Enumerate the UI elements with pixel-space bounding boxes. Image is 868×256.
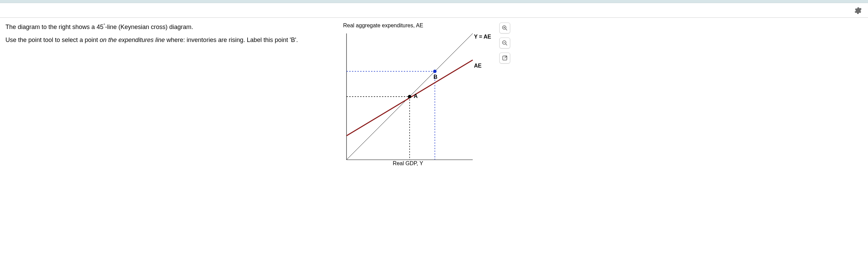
question-intro: The diagram to the right shows a 45°-lin…: [5, 23, 336, 31]
svg-line-22: [504, 56, 507, 58]
window-top-strip: [0, 0, 868, 3]
chart-panel: Real aggregate expenditures, AE Y = AEAE…: [336, 23, 863, 167]
zoom-out-button[interactable]: [499, 38, 510, 48]
header-bar: [0, 3, 868, 18]
settings-gear-icon[interactable]: [853, 6, 862, 15]
question-task: Use the point tool to select a point on …: [5, 36, 336, 44]
content-area: The diagram to the right shows a 45°-lin…: [0, 18, 868, 171]
svg-line-19: [505, 44, 507, 45]
zoom-in-icon: [502, 25, 508, 31]
chart-toolbar: [499, 23, 510, 63]
chart-title: Real aggregate expenditures, AE: [343, 23, 490, 29]
popout-icon: [502, 55, 508, 61]
svg-text:A: A: [414, 93, 418, 99]
svg-point-12: [433, 70, 437, 73]
svg-text:B: B: [433, 74, 438, 80]
zoom-in-button[interactable]: [499, 23, 510, 33]
svg-line-15: [505, 29, 507, 30]
svg-text:Y = AE: Y = AE: [474, 34, 491, 40]
keynesian-cross-plot[interactable]: Y = AEAEAB: [343, 30, 473, 160]
question-panel: The diagram to the right shows a 45°-lin…: [5, 23, 336, 167]
svg-text:AE: AE: [474, 63, 482, 69]
svg-point-10: [408, 95, 411, 98]
popout-button[interactable]: [499, 53, 510, 63]
zoom-out-icon: [502, 40, 508, 46]
